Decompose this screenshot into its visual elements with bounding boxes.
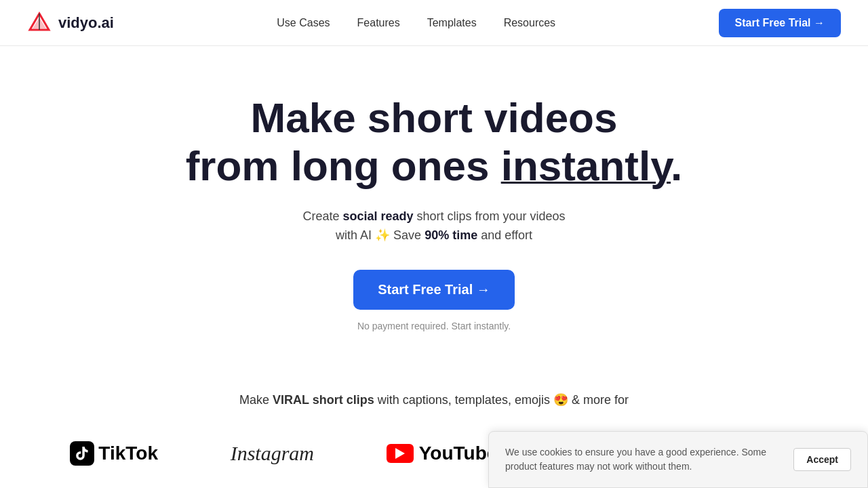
logo-icon bbox=[27, 11, 52, 35]
nav-use-cases[interactable]: Use Cases bbox=[277, 17, 330, 29]
youtube-label: YouTube bbox=[419, 443, 498, 464]
hero-no-payment-text: No payment required. Start instantly. bbox=[27, 321, 841, 331]
logo-text: vidyo.ai bbox=[58, 14, 114, 32]
nav-templates[interactable]: Templates bbox=[427, 17, 477, 29]
tiktok-icon bbox=[70, 441, 94, 466]
platform-instagram: Instagram bbox=[231, 442, 314, 465]
hero-title-line1: Make short videos bbox=[251, 94, 618, 141]
hero-start-free-trial-button[interactable]: Start Free Trial → bbox=[353, 270, 515, 310]
tiktok-label: TikTok bbox=[98, 443, 158, 464]
hero-section: Make short videos from long ones instant… bbox=[0, 46, 868, 365]
nav-links: Use Cases Features Templates Resources bbox=[277, 17, 555, 29]
hero-title: Make short videos from long ones instant… bbox=[27, 94, 841, 190]
cookie-accept-button[interactable]: Accept bbox=[793, 448, 851, 471]
nav-start-free-trial-button[interactable]: Start Free Trial → bbox=[719, 9, 842, 37]
viral-text: Make VIRAL short clips with captions, te… bbox=[27, 392, 841, 407]
nav-resources[interactable]: Resources bbox=[504, 17, 555, 29]
hero-subtitle: Create social ready short clips from you… bbox=[27, 207, 841, 246]
cookie-text: We use cookies to ensure you have a good… bbox=[505, 445, 780, 474]
nav-features[interactable]: Features bbox=[357, 17, 400, 29]
navbar: vidyo.ai Use Cases Features Templates Re… bbox=[0, 0, 868, 46]
instagram-label: Instagram bbox=[231, 442, 314, 465]
youtube-icon bbox=[387, 444, 414, 463]
cookie-banner: We use cookies to ensure you have a good… bbox=[488, 431, 868, 488]
hero-title-line2: from long ones instantly. bbox=[186, 142, 683, 189]
logo-link[interactable]: vidyo.ai bbox=[27, 11, 114, 35]
viral-section: Make VIRAL short clips with captions, te… bbox=[0, 365, 868, 421]
hero-cta-container: Start Free Trial → bbox=[27, 270, 841, 321]
platform-tiktok: TikTok bbox=[70, 441, 158, 466]
platform-youtube: YouTube bbox=[387, 443, 498, 464]
